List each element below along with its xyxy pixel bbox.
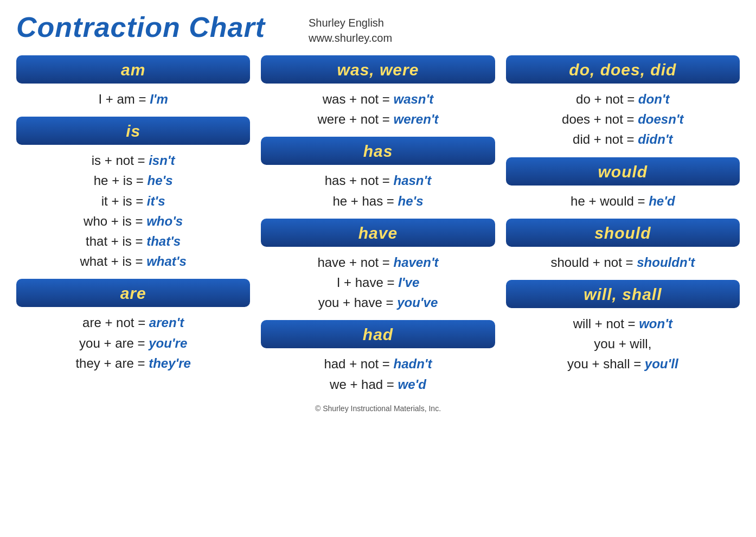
eq-shouldnt: should + not = shouldn't: [506, 252, 740, 272]
eq-isnt-result: isn't: [149, 153, 175, 168]
section-waswere-header: was, were: [261, 55, 495, 84]
eq-havent-result: haven't: [394, 255, 439, 270]
section-had-equations: had + not = hadn't we + had = we'd: [261, 354, 495, 394]
eq-whos: who + is = who's: [16, 211, 250, 231]
eq-isnt: is + not = isn't: [16, 150, 250, 170]
eq-werent-result: weren't: [394, 112, 439, 126]
section-had-label: had: [363, 325, 393, 343]
publisher-url: www.shurley.com: [309, 30, 392, 46]
eq-arent: are + not = aren't: [16, 312, 250, 333]
eq-hadnt: had + not = hadn't: [261, 354, 495, 374]
eq-dont-result: don't: [638, 92, 670, 106]
eq-youll: you + will,you + shall = you'll: [506, 334, 740, 374]
eq-hed: he + would = he'd: [506, 191, 740, 211]
footer: © Shurley Instructional Materials, Inc.: [261, 404, 495, 413]
section-willshall-equations: will + not = won't you + will,you + shal…: [506, 314, 740, 374]
section-waswere-equations: was + not = wasn't were + not = weren't: [261, 89, 495, 129]
section-are-label: are: [120, 284, 146, 302]
eq-hasnt: has + not = hasn't: [261, 170, 495, 190]
eq-youve-result: you've: [397, 295, 438, 310]
eq-thats: that + is = that's: [16, 231, 250, 251]
eq-whats-result: what's: [146, 254, 187, 268]
eq-ive: I + have = I've: [261, 272, 495, 292]
section-willshall-header: will, shall: [506, 280, 740, 308]
section-are-equations: are + not = aren't you + are = you're th…: [16, 312, 250, 373]
section-would-equations: he + would = he'd: [506, 191, 740, 211]
eq-ive-result: I've: [398, 275, 419, 290]
section-have-header: have: [261, 219, 495, 247]
section-am-label: am: [121, 61, 145, 79]
eq-youll-result: you'll: [645, 356, 678, 371]
section-should-header: should: [506, 219, 740, 247]
page-title: Contraction Chart: [16, 11, 265, 43]
eq-havent: have + not = haven't: [261, 252, 495, 272]
section-dodid-header: do, does, did: [506, 55, 740, 84]
col-1: am I + am = I'm is is + not = isn't he +…: [16, 55, 250, 526]
section-willshall-label: will, shall: [584, 285, 662, 303]
eq-arent-result: aren't: [149, 315, 184, 330]
eq-its: it + is = it's: [16, 191, 250, 211]
eq-wasnt: was + not = wasn't: [261, 89, 495, 109]
eq-shouldnt-result: shouldn't: [637, 255, 695, 270]
section-has-header: has: [261, 137, 495, 165]
eq-youve: you + have = you've: [261, 292, 495, 312]
section-would-label: would: [598, 163, 648, 181]
header-info: Shurley English www.shurley.com: [309, 11, 392, 46]
section-is-header: is: [16, 117, 250, 145]
eq-whos-result: who's: [146, 214, 183, 228]
eq-wed-result: we'd: [398, 377, 426, 392]
section-am-header: am: [16, 55, 250, 84]
section-is-label: is: [126, 122, 140, 140]
eq-youre: you + are = you're: [16, 333, 250, 353]
eq-doesnt-result: doesn't: [638, 112, 683, 126]
section-dodid-label: do, does, did: [569, 61, 676, 79]
header: Contraction Chart Shurley English www.sh…: [16, 11, 740, 46]
col-3: do, does, did do + not = don't does + no…: [506, 55, 740, 526]
eq-werent: were + not = weren't: [261, 109, 495, 129]
eq-hasnt-result: hasn't: [394, 173, 432, 188]
section-would-header: would: [506, 157, 740, 186]
page: Contraction Chart Shurley English www.sh…: [0, 0, 756, 537]
section-dodid-equations: do + not = don't does + not = doesn't di…: [506, 89, 740, 150]
eq-im-result: I'm: [150, 92, 168, 106]
eq-doesnt: does + not = doesn't: [506, 109, 740, 129]
publisher-name: Shurley English: [309, 15, 392, 30]
eq-didnt: did + not = didn't: [506, 129, 740, 149]
eq-wont-result: won't: [639, 316, 672, 331]
eq-im: I + am = I'm: [16, 89, 250, 109]
eq-youre-result: you're: [149, 336, 187, 350]
section-had-header: had: [261, 320, 495, 348]
eq-wont: will + not = won't: [506, 314, 740, 334]
section-is-equations: is + not = isn't he + is = he's it + is …: [16, 150, 250, 271]
eq-its-result: it's: [147, 194, 165, 208]
eq-hes-has: he + has = he's: [261, 191, 495, 211]
eq-hadnt-result: hadn't: [394, 356, 432, 371]
section-am-equations: I + am = I'm: [16, 89, 250, 109]
eq-wed: we + had = we'd: [261, 374, 495, 394]
eq-whats: what + is = what's: [16, 251, 250, 271]
eq-wasnt-result: wasn't: [394, 92, 434, 106]
section-has-equations: has + not = hasn't he + has = he's: [261, 170, 495, 210]
section-have-label: have: [358, 224, 398, 242]
main-grid: am I + am = I'm is is + not = isn't he +…: [16, 55, 740, 526]
eq-didnt-result: didn't: [638, 132, 672, 146]
eq-thats-result: that's: [146, 234, 181, 248]
section-has-label: has: [363, 142, 393, 160]
eq-hes-is-result: he's: [148, 173, 173, 188]
eq-dont: do + not = don't: [506, 89, 740, 109]
eq-hed-result: he'd: [649, 194, 675, 208]
eq-theyre-result: they're: [149, 356, 191, 370]
eq-theyre: they + are = they're: [16, 353, 250, 373]
eq-hes-has-result: he's: [398, 194, 424, 208]
section-have-equations: have + not = haven't I + have = I've you…: [261, 252, 495, 313]
eq-hes-is: he + is = he's: [16, 170, 250, 190]
section-should-equations: should + not = shouldn't: [506, 252, 740, 272]
col-2: was, were was + not = wasn't were + not …: [261, 55, 495, 526]
section-are-header: are: [16, 279, 250, 307]
section-waswere-label: was, were: [337, 61, 419, 79]
section-should-label: should: [594, 224, 651, 242]
